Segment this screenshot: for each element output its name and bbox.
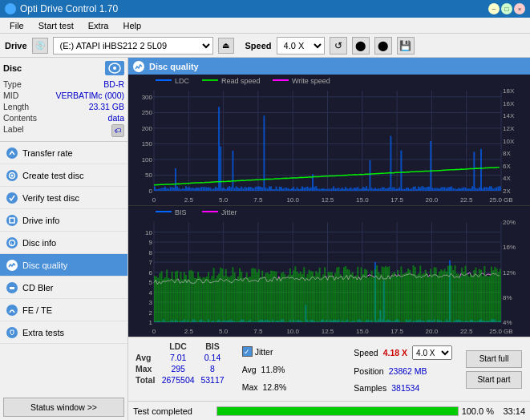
nav-extra-tests[interactable]: Extra tests	[0, 321, 127, 344]
nav-drive-info[interactable]: Drive info	[0, 209, 127, 232]
avg-ldc: 7.01	[159, 352, 198, 363]
nav-dot-drive-info	[6, 215, 18, 226]
refresh-button[interactable]: ↺	[330, 37, 347, 55]
jitter-checkbox-container[interactable]: ✓ Jitter	[242, 346, 273, 357]
max-label: Max	[133, 363, 159, 374]
disc-length-row: Length 23.31 GB	[3, 101, 124, 112]
title-bar: Opti Drive Control 1.70 − □ ×	[0, 0, 530, 18]
app-title: Opti Drive Control 1.70	[20, 3, 118, 14]
menu-file[interactable]: File	[3, 19, 30, 32]
drive-bar: Drive 💿 (E:) ATAPI iHBS212 2 5L09 ⏏ Spee…	[0, 34, 530, 58]
menu-bar: File Start test Extra Help	[0, 18, 530, 34]
position-val: 23862 MB	[389, 366, 427, 376]
save-button[interactable]: 💾	[397, 37, 415, 55]
app-icon	[5, 3, 16, 14]
disc-section: Disc Type BD-R MID VERBATIMc (000) Lengt…	[0, 58, 127, 142]
svg-rect-4	[10, 218, 14, 223]
nav-disc-info[interactable]: i Disc info	[0, 232, 127, 254]
max-jitter-val: 12.8%	[263, 382, 287, 392]
stats-table: LDC BIS Avg 7.01 0.14 Max 295 8	[133, 341, 233, 398]
jitter-row: ✓ Jitter	[242, 346, 342, 357]
nav-transfer-rate[interactable]: Transfer rate	[0, 142, 127, 164]
checkbox-mark: ✓	[244, 348, 250, 356]
sidebar: Disc Type BD-R MID VERBATIMc (000) Lengt…	[0, 58, 128, 420]
content-header-title: Disc quality	[149, 62, 199, 71]
nav-label-transfer-rate: Transfer rate	[22, 148, 73, 158]
disc-type-key: Type	[3, 79, 22, 89]
settings-button2[interactable]: ⬤	[374, 37, 392, 55]
status-window-button[interactable]: Status window >>	[3, 398, 124, 417]
speed-current: 4.18 X	[383, 348, 407, 357]
speed-label2: Speed	[354, 348, 378, 357]
disc-mid-key: MID	[3, 91, 18, 100]
start-full-button[interactable]: Start full	[466, 350, 522, 368]
stats-row-total: Total 2675504 53117	[133, 374, 233, 386]
start-part-button[interactable]: Start part	[466, 371, 522, 389]
disc-label-val: 🏷	[111, 124, 124, 137]
avg-jitter-row: Avg 11.8%	[242, 365, 342, 374]
nav-fe-te[interactable]: FE / TE	[0, 299, 127, 321]
nav-dot-disc-info: i	[6, 237, 18, 248]
disc-mid-row: MID VERBATIMc (000)	[3, 90, 124, 101]
disc-type-val: BD-R	[103, 79, 124, 89]
nav-label-disc-quality: Disc quality	[22, 260, 67, 270]
content-header-icon	[133, 61, 144, 72]
disc-contents-row: Contents data	[3, 112, 124, 123]
col-header-empty	[133, 341, 159, 352]
progress-bar-fill	[217, 407, 458, 415]
close-button[interactable]: ×	[514, 3, 525, 14]
max-jitter-label: Max	[242, 382, 258, 392]
nav-label-cd-bler: CD Bler	[22, 283, 54, 293]
jitter-section: ✓ Jitter Avg 11.8% Max 12.8%	[239, 341, 345, 398]
nav-create-test-disc[interactable]: Create test disc	[0, 164, 127, 187]
speed-select[interactable]: 4.0 X	[277, 37, 325, 55]
nav-dot-fe-te	[6, 305, 18, 316]
disc-type-row: Type BD-R	[3, 79, 124, 90]
window-controls: − □ ×	[488, 3, 525, 14]
avg-bis: 0.14	[198, 352, 228, 363]
speed-row: Speed 4.18 X 4.0 X	[354, 345, 453, 360]
nav-disc-quality[interactable]: Disc quality	[0, 254, 127, 277]
avg-jitter-val: 11.8%	[261, 365, 285, 374]
col-header-empty2	[227, 341, 232, 352]
minimize-button[interactable]: −	[488, 3, 500, 14]
upper-chart	[128, 75, 530, 206]
svg-point-3	[11, 174, 14, 176]
stats-row-avg: Avg 7.01 0.14	[133, 352, 233, 363]
svg-text:i: i	[11, 241, 12, 246]
position-row: Position 23862 MB	[354, 366, 453, 376]
status-bar: Test completed 100.0 % 33:14	[128, 401, 530, 420]
samples-label: Samples	[354, 383, 386, 393]
content-header: Disc quality	[128, 58, 530, 75]
status-text: Test completed	[133, 406, 213, 416]
nav-verify-test-disc[interactable]: Verify test disc	[0, 187, 127, 209]
disc-contents-key: Contents	[3, 113, 37, 123]
disc-label-key: Label	[3, 124, 24, 137]
drive-label: Drive	[5, 41, 27, 50]
menu-extra[interactable]: Extra	[82, 19, 115, 32]
stats-bar: LDC BIS Avg 7.01 0.14 Max 295 8	[128, 337, 530, 401]
charts-area	[128, 75, 530, 337]
drive-select[interactable]: (E:) ATAPI iHBS212 2 5L09	[53, 37, 213, 55]
svg-point-1	[113, 67, 116, 70]
nav-dot-transfer-rate	[6, 147, 18, 159]
menu-start-test[interactable]: Start test	[32, 19, 80, 32]
nav-label-create-test: Create test disc	[22, 171, 83, 180]
nav-dot-cd-bler	[6, 282, 18, 293]
disc-length-val: 23.31 GB	[89, 102, 124, 111]
disc-section-icon	[105, 61, 124, 75]
menu-help[interactable]: Help	[116, 19, 148, 32]
speed-label: Speed	[245, 41, 272, 50]
lower-chart	[128, 206, 530, 337]
nav-label-drive-info: Drive info	[22, 216, 59, 225]
eject-icon[interactable]: ⏏	[218, 38, 234, 54]
action-buttons: Start full Start part	[463, 341, 525, 398]
jitter-checkbox[interactable]: ✓	[242, 346, 253, 357]
upper-chart-canvas	[128, 75, 530, 205]
nav-label-extra-tests: Extra tests	[22, 328, 64, 337]
position-label: Position	[354, 366, 383, 376]
nav-cd-bler[interactable]: CD Bler	[0, 277, 127, 299]
maximize-button[interactable]: □	[501, 3, 512, 14]
settings-button1[interactable]: ⬤	[352, 37, 370, 55]
speed-select2[interactable]: 4.0 X	[412, 345, 452, 360]
